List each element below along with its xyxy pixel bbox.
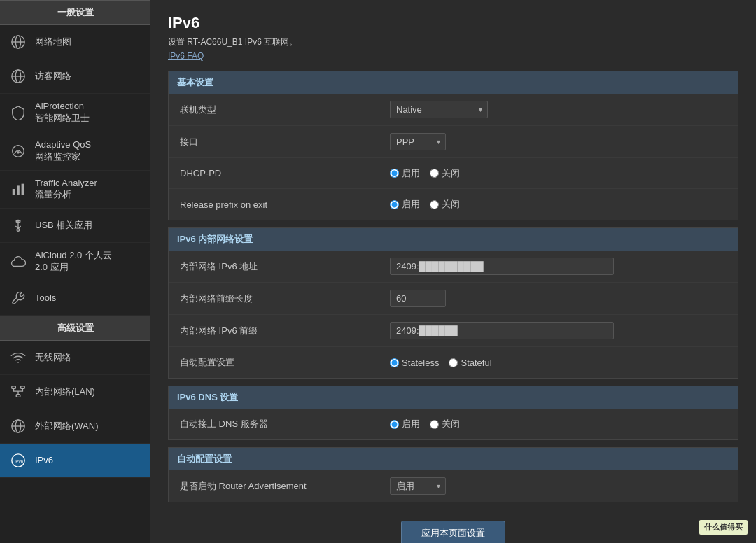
- dhcp-pd-value: 启用 关闭: [390, 167, 727, 180]
- svg-rect-9: [17, 186, 20, 195]
- sidebar-item-network-map[interactable]: 网络地图: [0, 25, 150, 59]
- globe-icon: [8, 32, 28, 52]
- sidebar-item-adaptive-qos[interactable]: Adaptive QoS网络监控家: [0, 132, 150, 171]
- globe-icon-wan: [8, 416, 28, 436]
- auto-dns-enable-radio[interactable]: [390, 420, 399, 429]
- prefix-length-label: 内部网络前缀长度: [180, 292, 390, 305]
- lan-icon: [8, 382, 28, 402]
- auto-dns-radio-group: 启用 关闭: [390, 418, 460, 430]
- auto-config-radio-group: Stateless Stateful: [390, 358, 492, 368]
- auto-dns-enable-label: 启用: [402, 418, 420, 430]
- ipv6-icon: IPv6: [8, 451, 28, 470]
- auto-config-section-body: 是否启动 Router Advertisement 启用 关闭: [169, 470, 738, 502]
- sidebar-item-ipv6[interactable]: IPv6 IPv6: [0, 444, 150, 478]
- auto-dns-row: 自动接上 DNS 服务器 启用 关闭: [169, 409, 738, 439]
- sidebar-label-adaptive-qos: Adaptive QoS网络监控家: [35, 139, 91, 163]
- ipv6-prefix-row: 内部网络 IPv6 前缀: [169, 315, 738, 347]
- svg-text:IPv6: IPv6: [15, 459, 24, 464]
- internal-network-section: IPv6 内部网络设置 内部网络 IPv6 地址 内部网络前缀长度 内部网络 I…: [168, 227, 738, 379]
- sidebar-item-aiprotection[interactable]: AiProtection智能网络卫士: [0, 94, 150, 132]
- sidebar-label-network-map: 网络地图: [35, 36, 71, 48]
- release-prefix-enable-label: 启用: [402, 198, 420, 211]
- connection-type-label: 联机类型: [180, 104, 390, 116]
- auto-dns-disable-radio[interactable]: [430, 420, 439, 429]
- main-content: IPv6 设置 RT-AC66U_B1 IPv6 互联网。 IPv6 FAQ 基…: [150, 0, 756, 543]
- dhcp-pd-enable-radio[interactable]: [390, 169, 399, 178]
- sidebar-item-wan[interactable]: 外部网络(WAN): [0, 409, 150, 444]
- sidebar-item-tools[interactable]: Tools: [0, 281, 150, 316]
- general-section-header: 一般设置: [0, 0, 150, 25]
- auto-dns-label: 自动接上 DNS 服务器: [180, 418, 390, 430]
- auto-dns-enable-option[interactable]: 启用: [390, 418, 420, 430]
- sidebar-label-usb: USB 相关应用: [35, 220, 92, 232]
- ipv6-faq-link[interactable]: IPv6 FAQ: [168, 51, 738, 61]
- svg-rect-14: [21, 386, 24, 389]
- sidebar: 一般设置 网络地图 访客网络 AiProtection智能网络卫士 Adapti…: [0, 0, 150, 543]
- sidebar-label-aiprotection: AiProtection智能网络卫士: [35, 101, 90, 125]
- stateless-option[interactable]: Stateless: [390, 358, 439, 368]
- dhcp-pd-radio-group: 启用 关闭: [390, 167, 460, 180]
- advanced-section-header: 高级设置: [0, 316, 150, 341]
- release-prefix-enable-radio[interactable]: [390, 200, 399, 209]
- dhcp-pd-enable-option[interactable]: 启用: [390, 167, 420, 180]
- prefix-length-value: [390, 290, 727, 307]
- router-advert-label: 是否启动 Router Advertisement: [180, 480, 390, 493]
- ipv6-prefix-value: [390, 322, 727, 339]
- release-prefix-value: 启用 关闭: [390, 198, 727, 211]
- router-advert-select[interactable]: 启用 关闭: [390, 477, 446, 495]
- stateless-label: Stateless: [402, 358, 439, 368]
- release-prefix-label: Release prefix on exit: [180, 199, 390, 210]
- dhcp-pd-disable-radio[interactable]: [430, 169, 439, 178]
- release-prefix-disable-label: 关闭: [442, 198, 460, 211]
- svg-rect-8: [13, 189, 15, 195]
- svg-rect-10: [22, 184, 24, 195]
- auto-config-label: 自动配置设置: [180, 356, 390, 369]
- stateful-radio[interactable]: [449, 358, 458, 367]
- sidebar-item-usb[interactable]: USB 相关应用: [0, 209, 150, 243]
- interface-select[interactable]: PPP ETH: [390, 133, 446, 150]
- sidebar-item-lan[interactable]: 内部网络(LAN): [0, 375, 150, 409]
- auto-dns-disable-option[interactable]: 关闭: [430, 418, 460, 430]
- sidebar-item-wireless[interactable]: 无线网络: [0, 341, 150, 375]
- dhcp-pd-disable-option[interactable]: 关闭: [430, 167, 460, 180]
- router-advert-value: 启用 关闭: [390, 477, 727, 495]
- auto-dns-value: 启用 关闭: [390, 418, 727, 430]
- connection-type-select[interactable]: Native Passthrough 6in4 6to4 6rd FLET's …: [390, 101, 488, 118]
- ipv6-prefix-input[interactable]: [390, 322, 614, 339]
- sidebar-label-wan: 外部网络(WAN): [35, 421, 99, 432]
- internal-network-header: IPv6 内部网络设置: [169, 228, 738, 251]
- prefix-length-input[interactable]: [390, 290, 446, 307]
- dhcp-pd-row: DHCP-PD 启用 关闭: [169, 158, 738, 189]
- apply-button[interactable]: 应用本页面设置: [401, 521, 505, 543]
- stateful-label: Stateful: [461, 358, 491, 368]
- release-prefix-row: Release prefix on exit 启用 关闭: [169, 189, 738, 220]
- stateless-radio[interactable]: [390, 358, 399, 367]
- sidebar-item-guest-network[interactable]: 访客网络: [0, 59, 150, 94]
- svg-point-11: [17, 229, 20, 232]
- sidebar-label-traffic-analyzer: Traffic Analyzer流量分析: [35, 178, 97, 202]
- sidebar-label-ipv6: IPv6: [35, 455, 53, 467]
- release-prefix-disable-radio[interactable]: [430, 200, 439, 209]
- sidebar-label-wireless: 无线网络: [35, 352, 71, 364]
- basic-settings-body: 联机类型 Native Passthrough 6in4 6to4 6rd FL…: [169, 94, 738, 220]
- svg-rect-13: [16, 395, 20, 397]
- chart-icon: [8, 179, 28, 199]
- release-prefix-enable-option[interactable]: 启用: [390, 198, 420, 211]
- svg-rect-12: [12, 386, 16, 389]
- sidebar-item-traffic-analyzer[interactable]: Traffic Analyzer流量分析: [0, 171, 150, 209]
- apply-btn-wrapper: 应用本页面设置: [168, 509, 738, 543]
- sidebar-label-guest-network: 访客网络: [35, 71, 71, 83]
- dns-settings-header: IPv6 DNS 设置: [169, 386, 738, 409]
- interface-label: 接口: [180, 136, 390, 148]
- auto-config-section: 自动配置设置 是否启动 Router Advertisement 启用 关闭: [168, 447, 738, 502]
- ipv6-addr-input[interactable]: [390, 258, 614, 275]
- ipv6-addr-label: 内部网络 IPv6 地址: [180, 260, 390, 273]
- sidebar-item-aicloud[interactable]: AiCloud 2.0 个人云2.0 应用: [0, 243, 150, 281]
- wifi-icon: [8, 348, 28, 367]
- interface-select-wrapper: PPP ETH: [390, 133, 446, 150]
- release-prefix-disable-option[interactable]: 关闭: [430, 198, 460, 211]
- router-advert-row: 是否启动 Router Advertisement 启用 关闭: [169, 470, 738, 502]
- release-prefix-radio-group: 启用 关闭: [390, 198, 460, 211]
- page-subtitle: 设置 RT-AC66U_B1 IPv6 互联网。: [168, 36, 738, 48]
- stateful-option[interactable]: Stateful: [449, 358, 491, 368]
